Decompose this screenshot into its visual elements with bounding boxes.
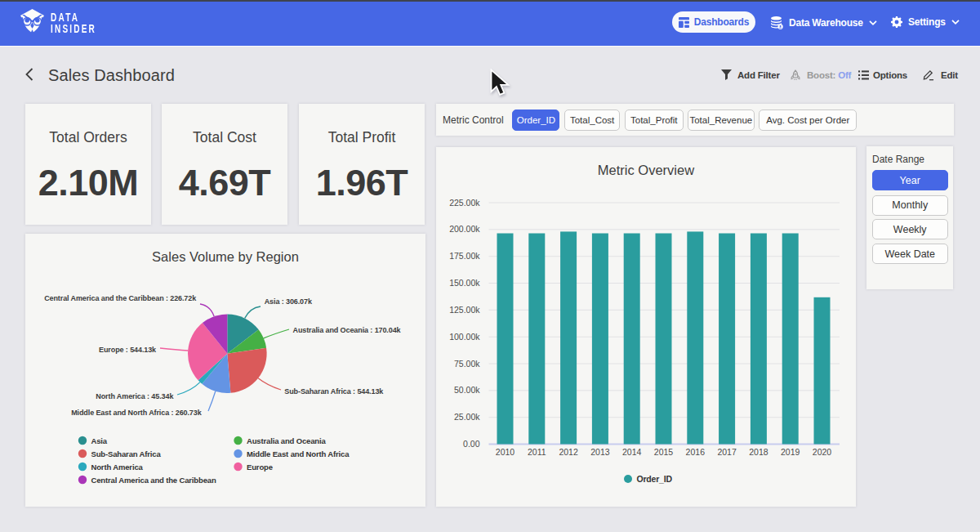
svg-text:North America : 45.34k: North America : 45.34k	[96, 392, 174, 400]
svg-text:Central America and the Caribb: Central America and the Caribbean : 226.…	[44, 294, 197, 302]
svg-text:2016: 2016	[686, 447, 706, 457]
svg-text:225.00k: 225.00k	[449, 198, 480, 208]
svg-text:2013: 2013	[590, 447, 610, 457]
svg-text:Middle East and North Africa :: Middle East and North Africa : 260.73k	[71, 409, 203, 417]
svg-text:Europe: Europe	[247, 463, 273, 472]
svg-text:Middle East and North Africa: Middle East and North Africa	[247, 449, 350, 458]
svg-text:2015: 2015	[654, 447, 674, 457]
svg-text:125.00k: 125.00k	[449, 305, 480, 315]
svg-text:Asia: Asia	[91, 436, 108, 445]
svg-text:0.00: 0.00	[463, 439, 480, 449]
svg-text:175.00k: 175.00k	[449, 251, 480, 261]
svg-text:2019: 2019	[781, 447, 800, 457]
svg-text:2017: 2017	[717, 447, 737, 457]
svg-text:100.00k: 100.00k	[449, 332, 480, 342]
svg-text:50.00k: 50.00k	[454, 385, 480, 395]
svg-text:Australia and Oceania : 170.04: Australia and Oceania : 170.04k	[293, 326, 402, 334]
svg-text:Central America and the Caribb: Central America and the Caribbean	[91, 476, 216, 485]
svg-text:75.00k: 75.00k	[454, 359, 480, 369]
svg-text:North America: North America	[91, 463, 144, 472]
svg-text:2018: 2018	[749, 447, 768, 457]
svg-text:200.00k: 200.00k	[449, 224, 480, 234]
svg-text:150.00k: 150.00k	[449, 278, 480, 288]
svg-text:2010: 2010	[496, 447, 515, 457]
svg-text:2011: 2011	[528, 447, 546, 457]
svg-text:Sub-Saharan Africa: Sub-Saharan Africa	[91, 449, 162, 458]
svg-text:Order_ID: Order_ID	[637, 474, 673, 484]
svg-text:2014: 2014	[622, 447, 642, 457]
svg-text:Europe : 544.13k: Europe : 544.13k	[99, 346, 157, 354]
svg-text:2012: 2012	[559, 447, 578, 457]
svg-text:2020: 2020	[813, 447, 832, 457]
svg-text:Asia : 306.07k: Asia : 306.07k	[265, 297, 313, 306]
svg-text:25.00k: 25.00k	[454, 412, 480, 422]
svg-text:Australia and Oceania: Australia and Oceania	[247, 436, 327, 445]
svg-text:Sub-Saharan Africa : 544.13k: Sub-Saharan Africa : 544.13k	[284, 387, 384, 396]
